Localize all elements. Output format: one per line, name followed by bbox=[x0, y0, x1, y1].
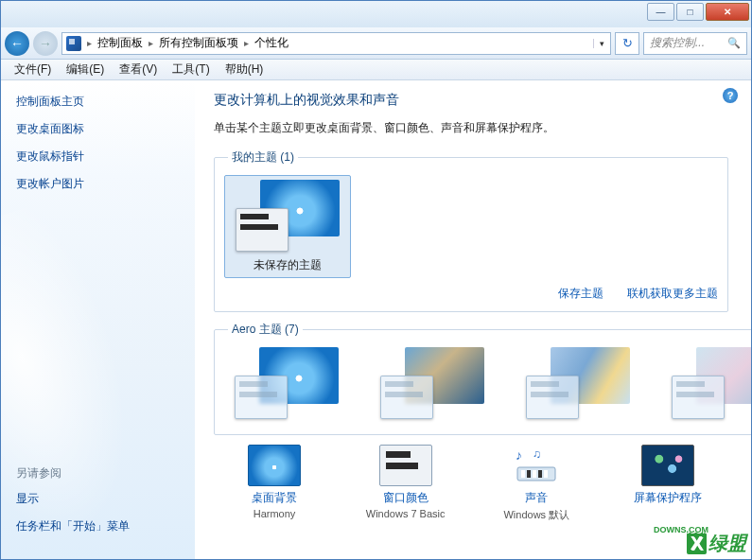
sidebar-account-picture[interactable]: 更改帐户图片 bbox=[16, 176, 180, 192]
svg-text:♫: ♫ bbox=[533, 447, 541, 461]
search-placeholder: 搜索控制... bbox=[650, 35, 705, 51]
window-preview-icon bbox=[236, 208, 289, 252]
page-subtitle: 单击某个主题立即更改桌面背景、窗口颜色、声音和屏幕保护程序。 bbox=[214, 120, 728, 136]
address-bar[interactable]: ▸ 控制面板 ▸ 所有控制面板项 ▸ 个性化 ▾ bbox=[61, 32, 611, 55]
screensaver-button[interactable]: 屏幕保护程序 bbox=[607, 445, 728, 522]
page-title: 更改计算机上的视觉效果和声音 bbox=[214, 92, 728, 109]
control-panel-icon bbox=[66, 36, 81, 51]
menu-help[interactable]: 帮助(H) bbox=[218, 60, 271, 79]
screensaver-title: 屏幕保护程序 bbox=[634, 490, 702, 506]
save-theme-link[interactable]: 保存主题 bbox=[558, 287, 603, 300]
sidebar-home[interactable]: 控制面板主页 bbox=[16, 94, 180, 110]
see-also-header: 另请参阅 bbox=[16, 465, 180, 481]
svg-rect-3 bbox=[521, 470, 525, 478]
aero-theme-2[interactable] bbox=[370, 347, 495, 434]
aero-themes-group: Aero 主题 (7) bbox=[214, 322, 751, 435]
sidebar-desktop-icons[interactable]: 更改桌面图标 bbox=[16, 121, 180, 137]
main-content: ? 更改计算机上的视觉效果和声音 单击某个主题立即更改桌面背景、窗口颜色、声音和… bbox=[195, 80, 751, 559]
sounds-button[interactable]: ♪ ♫ 声音 Windows 默认 bbox=[476, 445, 597, 522]
my-themes-title: 我的主题 (1) bbox=[228, 149, 298, 166]
sidebar-mouse-pointers[interactable]: 更改鼠标指针 bbox=[16, 149, 180, 165]
menubar: 文件(F) 编辑(E) 查看(V) 工具(T) 帮助(H) bbox=[1, 60, 751, 80]
window-color-button[interactable]: 窗口颜色 Windows 7 Basic bbox=[345, 445, 466, 522]
svg-rect-7 bbox=[544, 470, 548, 478]
titlebar: — □ ✕ bbox=[1, 1, 751, 27]
window-preview-icon bbox=[380, 376, 433, 419]
minimize-button[interactable]: — bbox=[647, 3, 674, 21]
chevron-right-icon: ▸ bbox=[85, 38, 94, 48]
forward-button[interactable]: → bbox=[33, 31, 58, 56]
theme-unsaved[interactable]: 未保存的主题 bbox=[224, 175, 351, 278]
help-icon[interactable]: ? bbox=[723, 88, 738, 103]
window-preview-icon bbox=[235, 376, 288, 419]
get-more-themes-link[interactable]: 联机获取更多主题 bbox=[627, 287, 718, 300]
svg-rect-6 bbox=[538, 470, 542, 478]
window-frame: — □ ✕ ← → ▸ 控制面板 ▸ 所有控制面板项 ▸ 个性化 ▾ ↻ 搜索控… bbox=[0, 0, 752, 560]
sidebar-display[interactable]: 显示 bbox=[16, 491, 180, 507]
menu-file[interactable]: 文件(F) bbox=[7, 60, 59, 79]
close-button[interactable]: ✕ bbox=[706, 3, 749, 21]
back-button[interactable]: ← bbox=[5, 31, 29, 56]
navbar: ← → ▸ 控制面板 ▸ 所有控制面板项 ▸ 个性化 ▾ ↻ 搜索控制... 🔍 bbox=[1, 27, 751, 60]
refresh-button[interactable]: ↻ bbox=[615, 32, 639, 55]
window-preview-icon bbox=[526, 376, 579, 419]
body: 控制面板主页 更改桌面图标 更改鼠标指针 更改帐户图片 另请参阅 显示 任务栏和… bbox=[1, 80, 751, 559]
aero-themes-title: Aero 主题 (7) bbox=[228, 322, 303, 338]
breadcrumb-leaf[interactable]: 个性化 bbox=[251, 35, 292, 51]
sidebar: 控制面板主页 更改桌面图标 更改鼠标指针 更改帐户图片 另请参阅 显示 任务栏和… bbox=[1, 80, 195, 559]
svg-rect-5 bbox=[533, 470, 536, 478]
chevron-right-icon: ▸ bbox=[242, 38, 251, 48]
search-icon: 🔍 bbox=[727, 37, 741, 49]
desktop-background-icon bbox=[248, 445, 301, 486]
theme-label: 未保存的主题 bbox=[254, 257, 322, 273]
aero-theme-1[interactable] bbox=[224, 347, 349, 434]
menu-edit[interactable]: 编辑(E) bbox=[59, 60, 112, 79]
sounds-value: Windows 默认 bbox=[503, 508, 569, 522]
desktop-background-button[interactable]: 桌面背景 Harmony bbox=[214, 445, 335, 522]
sounds-title: 声音 bbox=[525, 490, 548, 506]
window-color-title: 窗口颜色 bbox=[383, 490, 428, 506]
breadcrumb-mid[interactable]: 所有控制面板项 bbox=[155, 35, 242, 51]
chevron-right-icon: ▸ bbox=[147, 38, 155, 48]
maximize-button[interactable]: □ bbox=[676, 3, 704, 21]
sidebar-taskbar-start[interactable]: 任务栏和「开始」菜单 bbox=[16, 518, 180, 534]
search-input[interactable]: 搜索控制... 🔍 bbox=[643, 32, 747, 55]
menu-view[interactable]: 查看(V) bbox=[112, 60, 165, 79]
window-color-icon bbox=[379, 445, 432, 486]
aero-theme-4[interactable] bbox=[661, 347, 751, 434]
window-color-value: Windows 7 Basic bbox=[366, 508, 446, 519]
window-preview-icon bbox=[672, 376, 725, 419]
desktop-background-value: Harmony bbox=[254, 508, 296, 519]
desktop-background-title: 桌面背景 bbox=[252, 490, 297, 506]
my-themes-group: 我的主题 (1) 未保存的主题 保存主题 联机获取更多主题 bbox=[214, 149, 728, 312]
address-dropdown-button[interactable]: ▾ bbox=[593, 39, 610, 48]
sound-icon: ♪ ♫ bbox=[510, 445, 563, 486]
svg-text:♪: ♪ bbox=[516, 447, 522, 463]
menu-tools[interactable]: 工具(T) bbox=[165, 60, 217, 79]
screensaver-icon bbox=[641, 445, 694, 486]
svg-rect-4 bbox=[527, 470, 531, 478]
breadcrumb-root[interactable]: 控制面板 bbox=[94, 35, 147, 51]
aero-theme-3[interactable] bbox=[516, 347, 640, 434]
quick-settings-row: 桌面背景 Harmony 窗口颜色 Windows 7 Basic ♪ ♫ bbox=[214, 445, 728, 522]
